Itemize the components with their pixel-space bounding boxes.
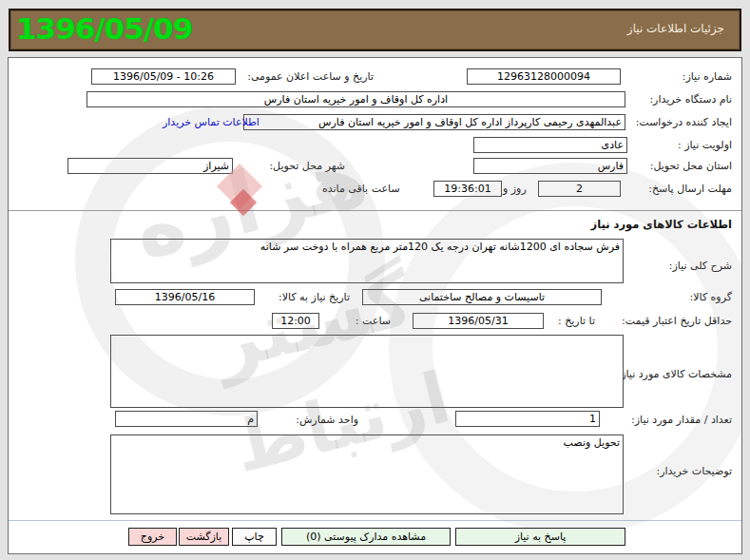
buyer-org-field[interactable]: اداره کل اوقاف و امور خیریه استان فارس	[87, 91, 625, 107]
price-validity-sublabel: تا تاریخ :	[558, 315, 595, 327]
request-creator-field[interactable]: عبدالمهدی رحیمی کارپرداز اداره کل اوقاف …	[243, 114, 625, 130]
titlebar-date: 1396/05/09	[16, 11, 192, 46]
buyer-org-label: نام دستگاه خریدار:	[649, 93, 732, 106]
back-button[interactable]: بازگشت	[179, 528, 229, 546]
announce-datetime-field[interactable]: 1396/05/09 - 10:26	[91, 68, 236, 85]
section-divider	[9, 210, 741, 212]
deadline-label: مهلت ارسال پاسخ:	[648, 183, 732, 195]
buyer-contact-link[interactable]: اطلاعات تماس خریدار	[163, 116, 260, 128]
request-creator-label: ایجاد کننده درخواست:	[636, 116, 732, 128]
need-date-label: تاریخ نیاز به کالا:	[279, 291, 350, 303]
city-field[interactable]: شیراز	[67, 158, 233, 174]
price-validity-hour-label: ساعت :	[356, 315, 391, 327]
goods-group-label: گروه کالا:	[690, 291, 732, 303]
unit-field[interactable]: م	[115, 411, 258, 427]
specs-label: مشخصات کالای مورد نیاز:	[617, 368, 732, 380]
form-panel: شماره نیاز: 12963128000094 تاریخ و ساعت …	[8, 57, 742, 554]
announce-datetime-label: تاریخ و ساعت اعلان عمومی:	[247, 70, 374, 83]
price-validity-date-field[interactable]: 1396/05/31	[413, 313, 544, 329]
footer-divider	[9, 520, 741, 521]
goods-group-field[interactable]: تاسیسات و مصالح ساختمانی	[362, 289, 602, 305]
print-button[interactable]: چاپ	[232, 528, 277, 546]
unit-label: واحد شمارش:	[296, 414, 358, 426]
need-number-label: شماره نیاز:	[683, 70, 732, 83]
price-validity-hour-field[interactable]: 12:00	[272, 313, 319, 329]
priority-label: اولویت نیاز :	[678, 139, 732, 151]
quantity-label: تعداد / مقدار مورد نیاز:	[631, 414, 732, 426]
view-documents-button[interactable]: مشاهده مدارک پیوستی (0)	[281, 528, 451, 546]
need-date-field[interactable]: 1396/05/16	[115, 289, 255, 305]
priority-field[interactable]: عادی	[473, 137, 627, 153]
city-label: شهر محل تحویل:	[269, 160, 345, 172]
exit-button[interactable]: خروج	[128, 528, 177, 546]
province-label: استان محل تحویل:	[650, 160, 732, 172]
goods-section-title: اطلاعات کالاهای مورد نیاز	[591, 218, 732, 231]
province-field[interactable]: فارس	[473, 158, 627, 174]
price-validity-label: حداقل تاریخ اعتبار قیمت:	[622, 315, 732, 327]
deadline-time-field[interactable]: 19:36:01	[433, 181, 502, 197]
specs-textarea[interactable]	[110, 335, 624, 408]
quantity-field[interactable]: 1	[455, 411, 600, 427]
deadline-days-suffix: روز و	[503, 183, 527, 195]
respond-button[interactable]: پاسخ به نیاز	[455, 528, 625, 546]
titlebar: 1396/05/09 جزئیات اطلاعات نیاز	[9, 9, 741, 51]
buyer-notes-textarea[interactable]: تحویل ونصب	[110, 434, 624, 514]
deadline-time-suffix: ساعت باقی مانده	[322, 183, 400, 195]
deadline-days-field[interactable]: 2	[538, 181, 621, 197]
general-desc-label: شرح کلی نیاز:	[669, 260, 732, 272]
screen: 1396/05/09 جزئیات اطلاعات نیاز شماره نیا…	[0, 0, 750, 560]
general-desc-textarea[interactable]: فرش سجاده ای 1200شانه تهران درجه یک 120م…	[110, 239, 624, 283]
buyer-notes-label: توضیحات خریدار:	[657, 465, 733, 477]
page-title: جزئیات اطلاعات نیاز	[627, 22, 724, 35]
need-number-field[interactable]: 12963128000094	[467, 68, 621, 85]
